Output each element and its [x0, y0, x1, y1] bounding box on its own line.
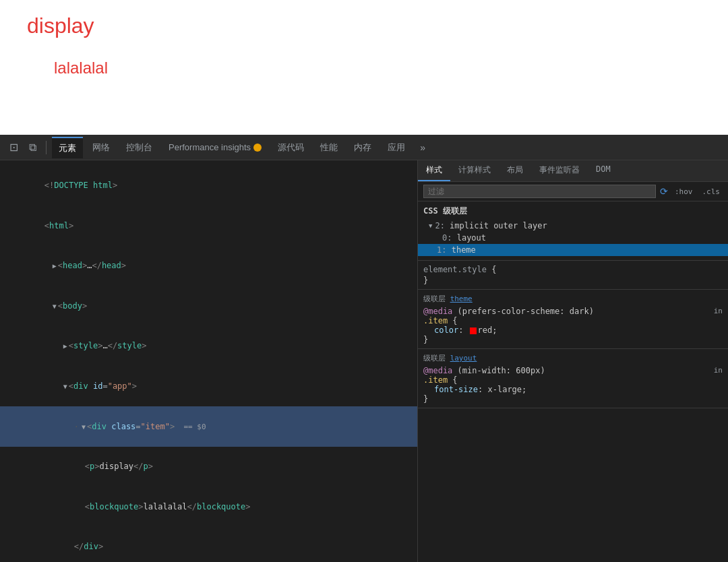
cascade-layer-layout-link[interactable]: layout [450, 354, 477, 363]
dom-line-div-item[interactable]: ·▼<div class="item"> == $0 [0, 406, 417, 447]
css-selector-item-1: .item { [423, 316, 723, 325]
styles-tabs: 样式 计算样式 布局 事件监听器 DOM [418, 160, 728, 182]
dom-line-div-app[interactable]: ▼<div id="app"> [0, 367, 417, 407]
layer-name-layout: layout [457, 233, 486, 243]
triangle-icon: ▼ [82, 423, 86, 431]
triangle-icon: ▼ [63, 383, 67, 390]
tab-performance-insights[interactable]: Performance insights [162, 138, 268, 156]
cascade-layer-theme[interactable]: 1: theme [418, 244, 728, 256]
layer-index-2: 2: [435, 221, 444, 230]
performance-badge-icon [253, 144, 262, 152]
styles-panel: 样式 计算样式 布局 事件监听器 DOM ⟳ :hov .cls CSS 级联层… [418, 160, 728, 562]
css-cascade-section: CSS 级联层 ▼ 2: implicit outer layer 0: lay… [418, 201, 728, 261]
filter-bar: ⟳ :hov .cls [418, 182, 728, 201]
dom-line-html[interactable]: <html> [0, 206, 417, 247]
layer-name-implicit: implicit outer layer [450, 221, 547, 230]
tab-performance[interactable]: 性能 [313, 137, 344, 158]
triangle-icon: ▼ [53, 303, 57, 310]
at-rule-media-minwidth: @media (min-width: 600px) in [423, 366, 723, 375]
css-prop-fontsize: font-size: x-large; [423, 385, 723, 394]
cascade-layer-layout[interactable]: 0: layout [423, 232, 723, 244]
dom-line-head[interactable]: ▶<head>…</head> [0, 246, 417, 286]
cascade-rule-layout: 级联层 layout @media (min-width: 600px) in … [418, 349, 728, 408]
cascade-label-layout: 级联层 layout [423, 353, 723, 363]
at-rule-media-dark: @media (prefers-color-scheme: dark) in [423, 307, 723, 316]
devtools-toolbar: ⊡ ⧉ 元素 网络 控制台 Performance insights 源代码 性… [0, 135, 728, 160]
preview-display-text: display [27, 13, 701, 38]
triangle-icon: ▶ [63, 342, 67, 350]
element-style-section: element.style { } [418, 261, 728, 290]
dom-line-doctype[interactable]: <!DOCTYPE html> [0, 166, 417, 206]
cursor-icon[interactable]: ⊡ [5, 138, 22, 156]
tab-event-listeners[interactable]: 事件监听器 [531, 160, 588, 181]
hov-button[interactable]: :hov [672, 186, 696, 197]
more-tabs-button[interactable]: » [415, 139, 431, 156]
dom-line-style[interactable]: ▶<style>…</style> [0, 326, 417, 367]
cascade-triangle-icon: ▼ [429, 222, 432, 229]
css-close-brace-1: } [423, 335, 723, 344]
tab-layout[interactable]: 布局 [499, 160, 531, 181]
cascade-rule-theme: 级联层 theme @media (prefers-color-scheme: … [418, 290, 728, 349]
tab-console[interactable]: 控制台 [119, 137, 159, 158]
element-style-selector: element.style { [423, 265, 723, 274]
tab-network[interactable]: 网络 [86, 137, 117, 158]
preview-lala-text: lalalalal [54, 59, 701, 77]
triangle-icon: ▶ [53, 262, 57, 270]
tab-computed[interactable]: 计算样式 [450, 160, 499, 181]
devtools-main: <!DOCTYPE html> <html> ▶<head>…</head> ▼… [0, 160, 728, 562]
color-swatch-red[interactable] [470, 327, 477, 334]
dom-line-p[interactable]: <p>display</p> [0, 447, 417, 487]
tab-sources[interactable]: 源代码 [271, 137, 311, 158]
css-close-brace-2: } [423, 394, 723, 404]
tab-dom-breakpoints[interactable]: DOM [588, 160, 619, 181]
layer-index-1: 1: [437, 245, 446, 255]
rule-source-link[interactable]: in [714, 307, 723, 315]
layer-index-0: 0: [442, 233, 452, 243]
css-selector-item-2: .item { [423, 375, 723, 385]
dom-line-div-close[interactable]: </div> [0, 527, 417, 562]
dom-line-blockquote[interactable]: <blockquote>lalalalal</blockquote> [0, 487, 417, 528]
dom-panel[interactable]: <!DOCTYPE html> <html> ▶<head>…</head> ▼… [0, 160, 418, 562]
tab-application[interactable]: 应用 [381, 137, 412, 158]
devtools-panel: ⊡ ⧉ 元素 网络 控制台 Performance insights 源代码 性… [0, 135, 728, 562]
toolbar-divider [46, 141, 47, 154]
refresh-icon[interactable]: ⟳ [660, 186, 668, 197]
tab-performance-insights-label: Performance insights [169, 142, 251, 152]
cascade-layer-theme-link[interactable]: theme [450, 294, 473, 303]
cascade-layer-implicit[interactable]: ▼ 2: implicit outer layer [423, 220, 723, 232]
cascade-label-theme: 级联层 theme [423, 294, 723, 304]
css-prop-color: color: red; [423, 325, 723, 335]
filter-input[interactable] [423, 185, 656, 198]
device-icon[interactable]: ⧉ [25, 139, 40, 156]
dom-line-body[interactable]: ▼<body> [0, 286, 417, 327]
tab-memory[interactable]: 内存 [347, 137, 378, 158]
preview-area: display lalalalal [0, 0, 728, 135]
cls-button[interactable]: .cls [700, 186, 723, 197]
css-cascade-header: CSS 级联层 [423, 206, 723, 217]
rule-source-link-2[interactable]: in [714, 366, 723, 375]
element-style-close: } [423, 276, 723, 285]
tab-elements[interactable]: 元素 [52, 137, 83, 158]
layer-name-theme: theme [452, 245, 476, 255]
tab-styles[interactable]: 样式 [418, 160, 450, 181]
